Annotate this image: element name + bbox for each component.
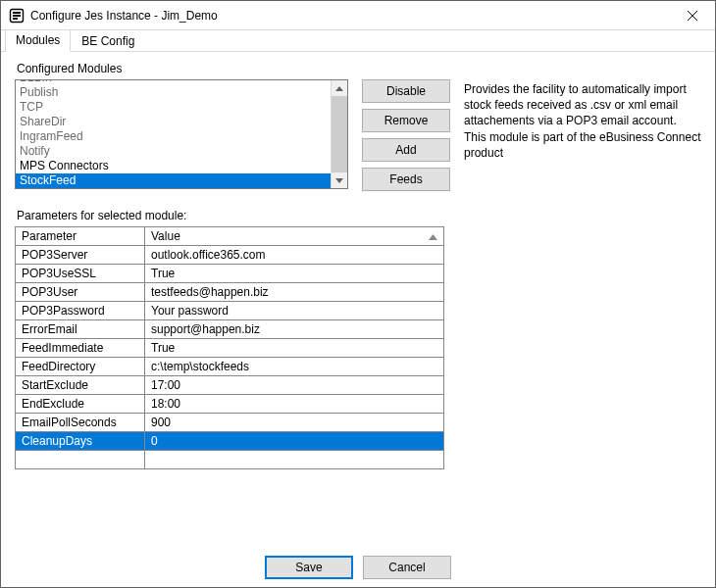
param-value-cell[interactable]: True [145,265,444,283]
svg-rect-2 [13,15,21,17]
module-item[interactable]: IngramFeed [16,129,331,144]
svg-rect-3 [13,18,18,20]
param-value-cell[interactable]: 900 [145,414,444,432]
param-name-cell: StartExclude [16,376,145,395]
col-value[interactable]: Value [145,227,444,246]
param-name-cell: EndExclude [16,395,145,414]
top-row: CloudServicesB2BInPublishTCPShareDirIngr… [15,79,701,191]
param-value-cell[interactable]: 0 [145,432,444,451]
module-item[interactable]: Publish [16,85,331,100]
tab-be-config[interactable]: BE Config [71,30,145,52]
module-item[interactable]: ShareDir [16,115,331,129]
footer: Save Cancel [1,548,715,587]
modules-scrollbar[interactable] [331,80,347,188]
feeds-button[interactable]: Feeds [362,168,450,191]
add-button[interactable]: Add [362,138,450,162]
tab-bar: Modules BE Config [1,30,715,52]
param-value-cell[interactable]: support@happen.biz [145,320,444,339]
param-value-cell[interactable]: 18:00 [145,395,444,414]
param-value-cell[interactable]: 17:00 [145,376,444,395]
window-title: Configure Jes Instance - Jim_Demo [30,9,670,23]
col-parameter[interactable]: Parameter [16,227,145,246]
scroll-down-icon[interactable] [332,172,347,188]
module-item[interactable]: StockFeed [16,173,331,188]
modules-listbox[interactable]: CloudServicesB2BInPublishTCPShareDirIngr… [15,79,348,189]
param-value-cell[interactable]: c:\temp\stockfeeds [145,358,444,376]
module-item[interactable]: Notify [16,144,331,159]
titlebar: Configure Jes Instance - Jim_Demo [1,1,715,30]
save-button[interactable]: Save [265,556,353,579]
disable-button[interactable]: Disable [362,79,450,103]
col-value-label: Value [151,229,180,243]
tab-modules[interactable]: Modules [5,29,71,52]
configured-modules-label: Configured Modules [17,62,701,75]
param-name-cell: POP3User [16,283,145,302]
body: Configured Modules CloudServicesB2BInPub… [1,52,715,548]
table-row[interactable]: FeedImmediateTrue [16,339,444,358]
table-row[interactable]: EndExclude18:00 [16,395,444,414]
param-value-cell[interactable]: testfeeds@happen.biz [145,283,444,302]
param-name-cell: CleanupDays [16,432,145,451]
table-row[interactable]: POP3Usertestfeeds@happen.biz [16,283,444,302]
table-row[interactable]: POP3UseSSLTrue [16,265,444,283]
table-row[interactable]: POP3PasswordYour password [16,302,444,320]
scroll-up-icon[interactable] [332,80,347,96]
param-name-cell: EmailPollSeconds [16,414,145,432]
parameters-table[interactable]: Parameter Value POP3Serveroutlook.office… [15,226,444,469]
table-row [16,451,444,469]
parameters-label: Parameters for selected module: [17,209,701,222]
table-row[interactable]: CleanupDays0 [16,432,444,451]
table-row[interactable]: ErrorEmailsupport@happen.biz [16,320,444,339]
window: Configure Jes Instance - Jim_Demo Module… [0,0,716,588]
param-name-cell: POP3UseSSL [16,265,145,283]
param-name-cell: FeedImmediate [16,339,145,358]
table-row[interactable]: EmailPollSeconds900 [16,414,444,432]
svg-marker-7 [335,178,343,183]
param-value-cell[interactable]: outlook.office365.com [145,246,444,265]
remove-button[interactable]: Remove [362,109,450,132]
table-row[interactable]: POP3Serveroutlook.office365.com [16,246,444,265]
cancel-button[interactable]: Cancel [363,556,451,579]
scroll-thumb[interactable] [332,96,347,172]
module-item[interactable]: TCP [16,100,331,115]
svg-marker-8 [429,234,437,240]
param-name-cell: POP3Server [16,246,145,265]
module-actions: Disable Remove Add Feeds [362,79,450,191]
app-icon [9,8,25,24]
table-row[interactable]: FeedDirectoryc:\temp\stockfeeds [16,358,444,376]
svg-marker-6 [335,86,343,91]
close-button[interactable] [670,1,715,30]
param-name-cell: FeedDirectory [16,358,145,376]
module-description: Provides the facility to automatically i… [464,79,701,191]
sort-asc-icon [429,229,437,243]
param-name-cell: POP3Password [16,302,145,320]
param-value-cell[interactable]: Your password [145,302,444,320]
parameters-section: Parameters for selected module: Paramete… [15,205,701,469]
svg-rect-1 [13,12,21,14]
module-item[interactable]: MPS Connectors [16,159,331,173]
param-name-cell: ErrorEmail [16,320,145,339]
table-row[interactable]: StartExclude17:00 [16,376,444,395]
param-value-cell[interactable]: True [145,339,444,358]
